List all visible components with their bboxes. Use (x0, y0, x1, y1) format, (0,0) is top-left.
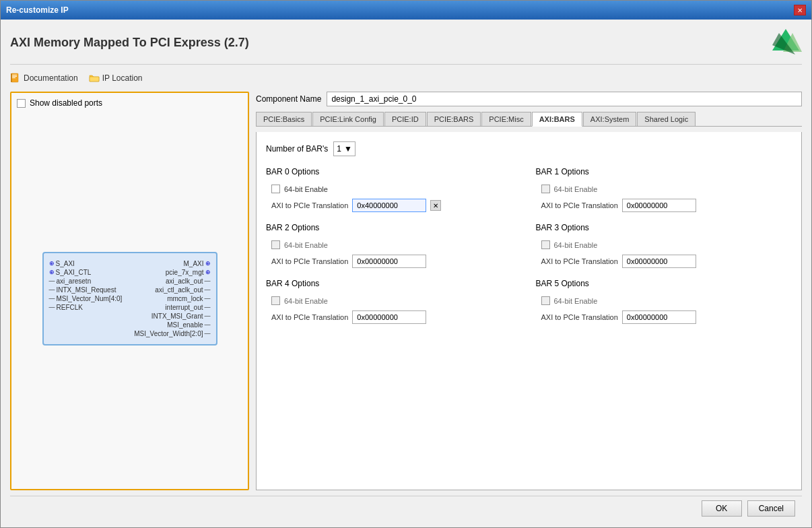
block-diagram: ⊕ S_AXI ⊕ S_AXI_CTL — axi_aresetn (42, 252, 217, 345)
bar2-64bit-row: 64-bit Enable (266, 240, 522, 249)
num-bars-select[interactable]: 1 ▼ (333, 141, 356, 156)
main-window: Re-customize IP ✕ AXI Memory Mapped To P… (0, 0, 812, 528)
bar5-64bit-checkbox[interactable] (541, 296, 550, 305)
bar1-title: BAR 1 Options (536, 167, 792, 176)
bar3-64bit-row: 64-bit Enable (536, 240, 792, 249)
bar4-64bit-row: 64-bit Enable (266, 296, 522, 305)
title-bar-controls: ✕ (794, 5, 806, 15)
port-axi-aclk-out: axi_aclk_out — (166, 277, 211, 285)
bottom-bar: OK Cancel (10, 496, 802, 521)
bar3-title: BAR 3 Options (536, 223, 792, 232)
port-axi-ctl-aclk-out: axi_ctl_aclk_out — (155, 286, 210, 294)
tab-pcie-link-config[interactable]: PCIE:Link Config (312, 112, 384, 126)
right-panel: Component Name PCIE:Basics PCIE:Link Con… (256, 92, 802, 490)
bar0-translation-row: AXI to PCIe Translation ✕ (266, 199, 522, 212)
bar1-translation-label: AXI to PCIe Translation (541, 201, 618, 209)
documentation-button[interactable]: Documentation (10, 73, 78, 84)
bar4-translation-input[interactable] (352, 310, 426, 324)
window-title: Re-customize IP (6, 5, 69, 15)
bars-grid: BAR 0 Options 64-bit Enable AXI to PCIe … (266, 167, 792, 324)
svg-rect-5 (12, 76, 17, 77)
tab-pcie-bars[interactable]: PCIE:BARS (427, 112, 481, 126)
title-bar: Re-customize IP ✕ (1, 1, 811, 20)
svg-rect-8 (90, 77, 99, 81)
left-panel: Show disabled ports ⊕ S_AXI (10, 92, 249, 490)
ip-location-label: IP Location (102, 73, 143, 83)
bar1-64bit-checkbox[interactable] (541, 185, 550, 193)
window-body: AXI Memory Mapped To PCI Express (2.7) (1, 20, 811, 527)
svg-rect-7 (11, 73, 12, 82)
port-s-axi: ⊕ S_AXI (49, 260, 75, 267)
port-msi-vec-width: MSI_Vector_Width[2:0] — (134, 330, 210, 337)
bar3-translation-row: AXI to PCIe Translation (536, 255, 792, 268)
tab-axi-bars[interactable]: AXI:BARS (532, 112, 582, 127)
num-bars-value: 1 (337, 144, 341, 154)
bar3-translation-label: AXI to PCIe Translation (541, 257, 618, 265)
bar2-64bit-label: 64-bit Enable (284, 241, 328, 249)
bar4-64bit-checkbox[interactable] (271, 296, 280, 305)
block-ports-row: ⊕ S_AXI ⊕ S_AXI_CTL — axi_aresetn (49, 260, 211, 337)
bar5-section: BAR 5 Options 64-bit Enable AXI to PCIe … (536, 279, 792, 324)
bar0-clear-button[interactable]: ✕ (430, 200, 441, 211)
bar4-section: BAR 4 Options 64-bit Enable AXI to PCIe … (266, 279, 522, 324)
bar5-translation-input[interactable] (622, 310, 696, 324)
right-ports: M_AXI ⊕ pcie_7x_mgt ⊕ axi_aclk_out — (134, 260, 210, 337)
app-title: AXI Memory Mapped To PCI Express (2.7) (10, 36, 249, 50)
port-pcie-7x-mgt: pcie_7x_mgt ⊕ (166, 269, 211, 276)
show-disabled-label: Show disabled ports (30, 98, 102, 108)
bar2-section: BAR 2 Options 64-bit Enable AXI to PCIe … (266, 223, 522, 268)
toolbar: Documentation IP Location (10, 70, 802, 86)
bar1-translation-row: AXI to PCIe Translation (536, 199, 792, 212)
port-msi-vec-num: — MSI_Vector_Num[4:0] (49, 295, 123, 302)
bar2-title: BAR 2 Options (266, 223, 522, 232)
tab-shared-logic[interactable]: Shared Logic (637, 112, 696, 126)
bar0-64bit-row: 64-bit Enable (266, 185, 522, 193)
tab-pcie-basics[interactable]: PCIE:Basics (256, 112, 312, 126)
tab-pcie-id[interactable]: PCIE:ID (384, 112, 426, 126)
bar5-64bit-label: 64-bit Enable (554, 297, 598, 305)
port-intx-msi-grant: INTX_MSI_Grant — (151, 312, 211, 320)
bar3-translation-input[interactable] (622, 255, 696, 268)
bar0-translation-input[interactable] (352, 199, 426, 212)
bar0-translation-label: AXI to PCIe Translation (271, 201, 348, 209)
bar1-section: BAR 1 Options 64-bit Enable AXI to PCIe … (536, 167, 792, 212)
tabs: PCIE:Basics PCIE:Link Config PCIE:ID PCI… (256, 112, 802, 127)
bar5-title: BAR 5 Options (536, 279, 792, 288)
bar4-translation-row: AXI to PCIe Translation (266, 310, 522, 324)
component-name-label: Component Name (256, 94, 321, 104)
port-axi-aresetn: — axi_aresetn (49, 277, 92, 285)
port-intx-msi-req: — INTX_MSI_Request (49, 286, 116, 294)
tab-pcie-misc[interactable]: PCIE:Misc (481, 112, 531, 126)
close-button[interactable]: ✕ (794, 5, 806, 15)
cancel-button[interactable]: Cancel (747, 500, 795, 517)
bar0-64bit-checkbox[interactable] (271, 185, 280, 193)
num-bars-label: Number of BAR's (266, 144, 328, 154)
bar4-translation-label: AXI to PCIe Translation (271, 313, 348, 321)
bar5-64bit-row: 64-bit Enable (536, 296, 792, 305)
bar3-64bit-checkbox[interactable] (541, 240, 550, 249)
diagram-area: ⊕ S_AXI ⊕ S_AXI_CTL — axi_aresetn (17, 113, 242, 484)
bar4-64bit-label: 64-bit Enable (284, 297, 328, 305)
bar2-translation-row: AXI to PCIe Translation (266, 255, 522, 268)
bar3-section: BAR 3 Options 64-bit Enable AXI to PCIe … (536, 223, 792, 268)
bar2-64bit-checkbox[interactable] (271, 240, 280, 249)
num-bars-row: Number of BAR's 1 ▼ (266, 141, 792, 156)
bar2-translation-input[interactable] (352, 255, 426, 268)
tab-content-axi-bars: Number of BAR's 1 ▼ BAR 0 Options (256, 132, 802, 490)
port-msi-enable: MSI_enable — (167, 321, 210, 329)
port-interrupt-out: interrupt_out — (165, 304, 210, 311)
bar1-translation-input[interactable] (622, 199, 696, 212)
vivado-logo-icon (770, 26, 802, 59)
component-name-input[interactable] (327, 92, 802, 106)
show-disabled-checkbox[interactable] (17, 99, 26, 108)
ip-location-button[interactable]: IP Location (89, 73, 143, 84)
bar4-title: BAR 4 Options (266, 279, 522, 288)
folder-icon (89, 73, 100, 84)
tab-axi-system[interactable]: AXI:System (583, 112, 636, 126)
bar0-64bit-label: 64-bit Enable (284, 185, 328, 193)
left-ports: ⊕ S_AXI ⊕ S_AXI_CTL — axi_aresetn (49, 260, 123, 311)
bar5-translation-label: AXI to PCIe Translation (541, 313, 618, 321)
num-bars-dropdown-icon: ▼ (344, 144, 352, 154)
bar1-64bit-row: 64-bit Enable (536, 185, 792, 193)
ok-button[interactable]: OK (702, 500, 742, 517)
